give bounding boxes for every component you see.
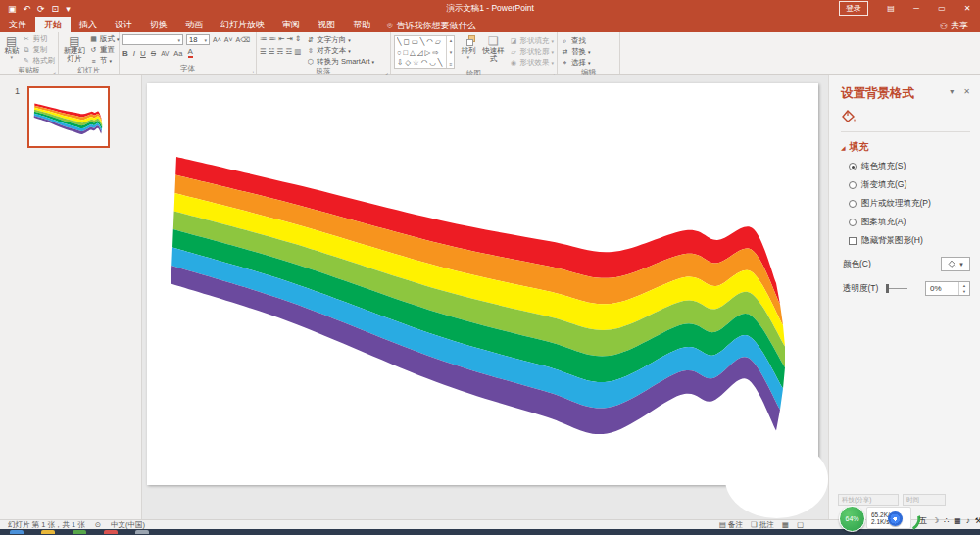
radio-control[interactable] xyxy=(849,219,857,226)
arrange-button[interactable]: 排列 ▾ xyxy=(459,34,477,69)
fill-option-3[interactable]: 图案填充(A) xyxy=(849,217,970,228)
system-tray[interactable]: 五☽∴▦♪⚒ xyxy=(919,513,978,527)
font-dialog-launcher[interactable]: ⌟ xyxy=(251,67,254,73)
paste-button[interactable]: ▤ 粘贴 ▾ xyxy=(3,34,21,66)
format-painter-button[interactable]: ✎格式刷 xyxy=(23,56,56,66)
font-size-combo[interactable]: 18▾ xyxy=(186,34,210,45)
tab-动画[interactable]: 动画 xyxy=(176,17,212,32)
fill-option-1[interactable]: 渐变填充(G) xyxy=(849,179,970,191)
comments-button[interactable]: ❏ 批注 xyxy=(751,520,774,530)
speed-ball-widget[interactable]: 64% xyxy=(839,506,865,532)
browser-icon[interactable] xyxy=(888,511,903,526)
transparency-slider-handle[interactable] xyxy=(886,284,889,293)
pane-close-icon[interactable]: ✕ xyxy=(963,87,970,96)
redo-icon[interactable]: ⟳ xyxy=(37,4,45,14)
font-name-combo[interactable]: ▾ xyxy=(122,34,183,45)
tab-幻灯片放映[interactable]: 幻灯片放映 xyxy=(212,17,273,32)
underline-button[interactable]: U xyxy=(140,49,146,58)
taskbar-app-icon[interactable] xyxy=(135,530,149,534)
transparency-slider[interactable] xyxy=(886,288,907,289)
quick-styles-button[interactable]: ❏ 快速样式 xyxy=(481,34,505,69)
slide-sorter-view-icon[interactable]: ▢ xyxy=(797,520,804,529)
qat-more-icon[interactable]: ▾ xyxy=(66,4,71,14)
paragraph-icons-row2[interactable]: ☰ ☱ ☴ ☲ ▥ xyxy=(260,47,301,56)
shape-effects-button[interactable]: ◉形状效果▾ xyxy=(509,58,554,68)
radio-control[interactable] xyxy=(849,163,857,170)
shape-fill-button[interactable]: ◪形状填充▾ xyxy=(509,36,554,46)
taskbar-app-icon[interactable] xyxy=(41,530,55,534)
fill-bucket-icon[interactable] xyxy=(841,110,970,125)
taskbar-app-icon[interactable] xyxy=(10,530,24,534)
language-button[interactable]: 中文(中国) xyxy=(111,520,145,530)
tab-插入[interactable]: 插入 xyxy=(71,17,106,32)
close-button[interactable]: ✕ xyxy=(955,0,980,17)
layout-button[interactable]: ▦版式▾ xyxy=(89,34,120,44)
paragraph-dialog-launcher[interactable]: ⌟ xyxy=(385,69,388,75)
windows-taskbar[interactable] xyxy=(0,529,980,535)
slide-thumbnail[interactable] xyxy=(27,86,110,148)
tab-开始[interactable]: 开始 xyxy=(35,17,71,32)
tab-审阅[interactable]: 审阅 xyxy=(273,17,309,32)
checkbox-control[interactable] xyxy=(849,237,857,245)
strikethrough-button[interactable]: S xyxy=(151,49,156,58)
fill-section-header[interactable]: ◢ 填充 xyxy=(841,140,970,154)
paragraph-icons-row1[interactable]: ≔ ≕ ⇤ ⇥ ⇕ xyxy=(260,34,301,43)
tray-icon[interactable]: ⚒ xyxy=(975,516,980,525)
save-icon[interactable]: ▣ xyxy=(8,4,17,14)
shapes-gallery[interactable]: ╲◻▭╲◠▱ ○□△◿▷⇨ ⇩◇☆◠◡╲ ▴▾≡ xyxy=(394,35,455,69)
new-slide-button[interactable]: ▤ 新建幻灯片 xyxy=(62,34,87,66)
tab-切换[interactable]: 切换 xyxy=(141,17,176,32)
smartart-button[interactable]: ⬡转换为 SmartArt▾ xyxy=(306,57,374,67)
maximize-button[interactable]: ▭ xyxy=(929,0,955,17)
shrink-font-button[interactable]: A˅ xyxy=(224,36,233,43)
ribbon-options-icon[interactable]: ▤ xyxy=(878,0,904,17)
radio-control[interactable] xyxy=(849,181,857,189)
font-color-button[interactable]: A xyxy=(188,48,193,58)
change-case-button[interactable]: Aa xyxy=(173,49,182,58)
clipboard-dialog-launcher[interactable]: ⌟ xyxy=(53,68,56,74)
share-button[interactable]: ⚇ 共享 xyxy=(940,20,980,32)
undo-icon[interactable]: ↶ xyxy=(24,4,31,14)
tab-视图[interactable]: 视图 xyxy=(309,17,344,32)
sign-in-button[interactable]: 登录 xyxy=(839,1,868,16)
normal-view-icon[interactable]: ▦ xyxy=(782,520,789,529)
color-picker-button[interactable]: ▾ xyxy=(941,257,970,271)
section-button[interactable]: ≡节▾ xyxy=(89,56,120,66)
text-direction-button[interactable]: ⇵文字方向▾ xyxy=(306,35,374,45)
pane-dropdown-icon[interactable]: ▾ xyxy=(950,87,954,96)
char-spacing-button[interactable]: AV xyxy=(161,50,169,57)
copy-button[interactable]: ⧉复制 xyxy=(23,45,56,55)
radio-control[interactable] xyxy=(849,200,857,208)
align-text-button[interactable]: ⇳对齐文本▾ xyxy=(306,46,374,56)
slide[interactable] xyxy=(147,83,818,485)
shapes-row-2[interactable]: ○□△◿▷⇨ xyxy=(397,48,444,57)
tell-me-box[interactable]: ⌾ 告诉我你想要做什么 xyxy=(379,20,483,32)
slideshow-icon[interactable]: ⊡ xyxy=(52,4,60,14)
tray-icon[interactable]: ☽ xyxy=(932,516,939,525)
bold-button[interactable]: B xyxy=(122,49,128,58)
shapes-gallery-scrollbar[interactable]: ▴▾≡ xyxy=(446,36,454,68)
tab-设计[interactable]: 设计 xyxy=(106,17,141,32)
clear-formatting-button[interactable]: A⌫ xyxy=(236,36,251,44)
transparency-spinner[interactable]: 0% ▲▼ xyxy=(925,281,970,296)
taskbar-app-icon[interactable] xyxy=(73,530,86,534)
spin-down-icon[interactable]: ▼ xyxy=(959,289,969,296)
shapes-row-3[interactable]: ⇩◇☆◠◡╲ xyxy=(397,58,444,67)
tray-icon[interactable]: ∴ xyxy=(944,516,949,525)
tab-文件[interactable]: 文件 xyxy=(0,17,35,32)
tray-icon[interactable]: ▦ xyxy=(954,516,961,525)
shape-outline-button[interactable]: ▱形状轮廓▾ xyxy=(509,47,554,57)
replace-button[interactable]: ⇄替换▾ xyxy=(561,47,591,57)
fill-option-2[interactable]: 图片或纹理填充(P) xyxy=(849,198,970,210)
minimize-button[interactable]: ─ xyxy=(904,0,929,17)
fill-option-4[interactable]: 隐藏背景图形(H) xyxy=(849,235,970,247)
reset-button[interactable]: ↺重置 xyxy=(89,45,120,55)
rainbow-shape[interactable] xyxy=(147,83,818,485)
tray-icon[interactable]: ♪ xyxy=(966,516,970,525)
taskbar-app-icon[interactable] xyxy=(104,530,118,534)
tray-icon[interactable]: 五 xyxy=(919,515,927,526)
grow-font-button[interactable]: A˄ xyxy=(213,36,221,43)
select-button[interactable]: ⌖选择▾ xyxy=(561,58,591,68)
tab-帮助[interactable]: 帮助 xyxy=(344,17,379,32)
notes-button[interactable]: ▤ 备注 xyxy=(719,520,743,530)
